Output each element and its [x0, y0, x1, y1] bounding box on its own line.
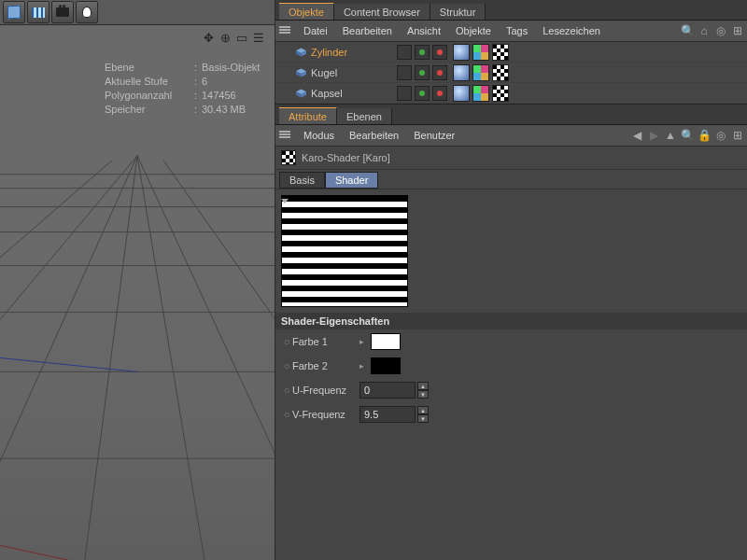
object-manager-tabs: Objekte Content Browser Struktur	[275, 0, 747, 21]
menu-bearbeiten[interactable]: Bearbeiten	[343, 25, 392, 36]
layer-flag[interactable]	[397, 86, 412, 101]
home-icon[interactable]: ⌂	[698, 25, 710, 36]
prop-options-icon[interactable]: ▸	[359, 337, 367, 346]
tag-phong[interactable]	[453, 64, 470, 81]
prop-v-frequenz: ○ V-Frequenz ▲▼	[275, 402, 747, 427]
attribute-subtabs: Basis Shader	[275, 170, 747, 189]
object-name[interactable]: Kugel	[311, 67, 397, 78]
tab-ebenen[interactable]: Ebenen	[337, 108, 392, 124]
v-frequenz-input[interactable]	[359, 406, 416, 423]
tag-phong[interactable]	[453, 85, 470, 102]
tab-struktur[interactable]: Struktur	[430, 4, 486, 20]
v-frequenz-spinner[interactable]: ▲▼	[417, 406, 429, 423]
layer-flag[interactable]	[397, 45, 412, 60]
target-icon[interactable]: ◎	[715, 25, 726, 36]
object-name[interactable]: Kapsel	[311, 88, 397, 99]
nav-up-icon[interactable]: ▲	[665, 130, 676, 141]
menu-lesezeichen[interactable]: Lesezeichen	[543, 25, 600, 36]
menu-objekte[interactable]: Objekte	[456, 25, 491, 36]
target-icon[interactable]: ◎	[715, 130, 726, 141]
frame-overlay-icon[interactable]: ▭	[235, 31, 248, 44]
viewport[interactable]: ✥ ⊕ ▭ ☰ Ebene:Basis-Objekt Aktuelle Stuf…	[0, 25, 275, 560]
subtab-shader[interactable]: Shader	[325, 172, 378, 189]
tag-phong[interactable]	[453, 44, 470, 61]
tag-checker[interactable]	[492, 44, 509, 61]
primitive-icon	[294, 46, 307, 59]
prop-label: Farbe 1	[292, 336, 359, 347]
light-button[interactable]	[76, 1, 98, 23]
section-header-shader-eigenschaften: Shader-Eigenschaften	[275, 313, 747, 329]
x-axis-line	[0, 541, 93, 560]
visibility-render-flag[interactable]	[432, 65, 447, 80]
viewport-info-hud: Ebene:Basis-Objekt Aktuelle Stufe:6 Poly…	[105, 61, 267, 117]
menu-modus[interactable]: Modus	[303, 130, 334, 141]
prop-options-icon[interactable]: ▸	[359, 361, 367, 371]
expand-icon[interactable]: ⊞	[732, 25, 743, 36]
shader-title-row: Karo-Shader [Karo]	[275, 147, 747, 170]
u-frequenz-spinner[interactable]: ▲▼	[417, 382, 429, 399]
u-frequenz-input[interactable]	[359, 382, 416, 399]
svg-line-8	[0, 156, 137, 560]
search-icon[interactable]: 🔍	[682, 25, 693, 36]
layer-flag[interactable]	[397, 65, 412, 80]
menu-ansicht[interactable]: Ansicht	[407, 25, 441, 36]
tab-content-browser[interactable]: Content Browser	[334, 4, 430, 20]
tag-checker[interactable]	[492, 64, 509, 81]
tab-attribute[interactable]: Attribute	[279, 107, 337, 124]
svg-line-9	[0, 156, 137, 560]
tag-material[interactable]	[472, 44, 489, 61]
visibility-render-flag[interactable]	[432, 86, 447, 101]
primitive-cube-button[interactable]	[3, 1, 25, 23]
grid-display-button[interactable]	[27, 1, 49, 23]
visibility-editor-flag[interactable]	[415, 86, 430, 101]
cube-icon	[7, 6, 21, 20]
object-row-zylinder[interactable]: Zylinder	[275, 42, 747, 63]
visibility-render-flag[interactable]	[432, 45, 447, 60]
section-collapse-icon[interactable]	[281, 199, 289, 203]
attribute-manager-menubar: Modus Bearbeiten Benutzer ◀ ▶ ▲ 🔍 🔒 ◎ ⊞	[275, 125, 747, 147]
menu-datei[interactable]: Datei	[303, 25, 328, 36]
tab-objekte[interactable]: Objekte	[279, 3, 334, 20]
svg-line-14	[163, 161, 275, 560]
target-overlay-icon[interactable]: ⊕	[218, 31, 232, 44]
menu-tags[interactable]: Tags	[506, 25, 528, 36]
shader-title: Karo-Shader [Karo]	[302, 152, 390, 163]
nav-forward-icon[interactable]: ▶	[648, 130, 659, 141]
menu-overlay-icon[interactable]: ☰	[252, 31, 265, 44]
visibility-editor-flag[interactable]	[415, 65, 430, 80]
svg-line-13	[0, 161, 112, 560]
primitive-icon	[294, 87, 307, 100]
farbe2-swatch[interactable]	[371, 357, 401, 374]
tag-material[interactable]	[472, 64, 489, 81]
checker-shader-icon	[281, 150, 296, 165]
grid-icon	[32, 7, 45, 18]
move-overlay-icon[interactable]: ✥	[202, 31, 215, 44]
viewport-overlay: ✥ ⊕ ▭ ☰	[202, 31, 265, 44]
shader-preview[interactable]	[281, 195, 408, 307]
menu-bearbeiten-attr[interactable]: Bearbeiten	[349, 130, 399, 141]
lock-icon[interactable]: 🔒	[698, 130, 710, 141]
object-tree: Zylinder Kugel	[275, 42, 747, 105]
nav-back-icon[interactable]: ◀	[631, 130, 642, 141]
farbe1-swatch[interactable]	[371, 333, 401, 350]
subtab-basis[interactable]: Basis	[279, 172, 325, 189]
tag-material[interactable]	[472, 85, 489, 102]
camera-icon	[56, 7, 69, 17]
menu-benutzer[interactable]: Benutzer	[414, 130, 455, 141]
tag-checker[interactable]	[492, 85, 509, 102]
svg-line-10	[84, 156, 137, 560]
lightbulb-icon	[82, 7, 92, 18]
expand-icon[interactable]: ⊞	[732, 130, 743, 141]
prop-label: U-Frequenz	[292, 385, 359, 396]
object-name[interactable]: Zylinder	[311, 47, 397, 58]
attribute-manager-tabs: Attribute Ebenen	[275, 105, 747, 125]
object-row-kugel[interactable]: Kugel	[275, 63, 747, 83]
list-options-icon[interactable]	[279, 131, 290, 140]
z-axis-line	[0, 353, 137, 371]
camera-button[interactable]	[51, 1, 74, 23]
object-row-kapsel[interactable]: Kapsel	[275, 83, 747, 104]
list-options-icon[interactable]	[279, 26, 290, 35]
search-icon[interactable]: 🔍	[682, 130, 693, 141]
prop-u-frequenz: ○ U-Frequenz ▲▼	[275, 378, 747, 402]
visibility-editor-flag[interactable]	[415, 45, 430, 60]
